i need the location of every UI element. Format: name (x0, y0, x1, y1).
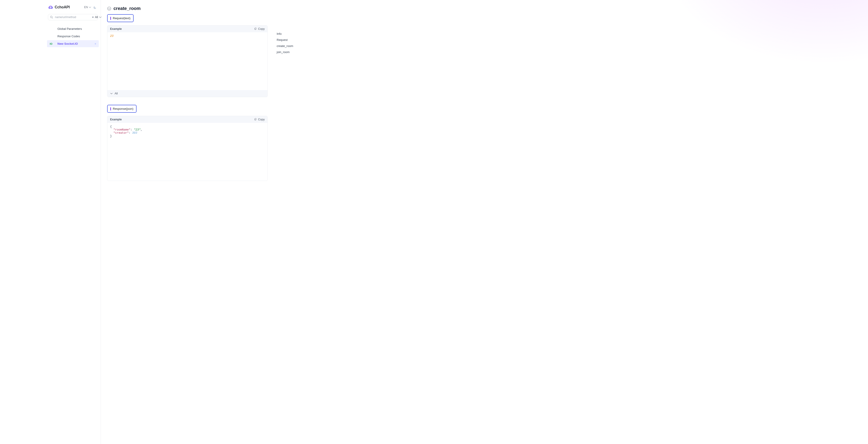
request-example-label: Example (110, 27, 122, 31)
code-open-brace: { (110, 125, 112, 128)
copy-label: Copy (258, 118, 265, 121)
response-example-label: Example (110, 118, 122, 121)
language-picker[interactable]: EN (84, 6, 91, 9)
left-gutter (0, 0, 47, 444)
sidebar-item-label: Response Codes (57, 35, 80, 38)
dot-icon (92, 16, 94, 18)
request-panel-foot[interactable]: All (107, 90, 268, 97)
search-row[interactable]: All (48, 14, 98, 20)
operation-icon (107, 6, 111, 11)
search-filter-all[interactable]: All (92, 15, 101, 19)
search-icon (50, 15, 53, 19)
outline-item-request[interactable]: Request (277, 38, 293, 41)
svg-rect-9 (255, 28, 256, 29)
response-tab-label: Response(json) (113, 107, 133, 110)
svg-point-7 (110, 8, 110, 8)
operation-header: create_room (107, 2, 268, 11)
response-tab[interactable]: Response(json) (107, 105, 136, 113)
brand[interactable]: CchoAPI (48, 4, 70, 10)
expand-all-label: All (115, 92, 118, 95)
code-comma: , (141, 128, 143, 131)
copy-label: Copy (258, 27, 265, 31)
brand-logo-icon (48, 4, 53, 10)
status-dot-icon (95, 43, 96, 44)
request-tab[interactable]: Request(text) (107, 14, 133, 22)
content: create_room Request(text) Example Copy (107, 2, 268, 440)
code-close-brace: } (110, 135, 112, 138)
code-val-roomname: "23" (134, 128, 141, 131)
code-colon: : (130, 128, 134, 131)
lang-theme-group: EN (84, 5, 97, 9)
svg-point-6 (108, 8, 109, 8)
search-input[interactable] (55, 15, 90, 19)
language-label: EN (84, 6, 88, 9)
request-code[interactable]: 23 (107, 32, 268, 90)
theme-toggle[interactable] (93, 5, 97, 9)
operation-title: create_room (114, 6, 141, 11)
response-panel-head: Example Copy (107, 116, 268, 123)
svg-point-5 (107, 7, 111, 10)
sidebar: CchoAPI EN All (47, 0, 101, 444)
code-key-creator: "creator" (114, 131, 129, 135)
response-panel: Example Copy { "roomName": "23", "creato… (107, 116, 268, 181)
copy-response-button[interactable]: Copy (254, 118, 265, 121)
accent-bar-icon (110, 17, 111, 20)
io-badge: IO (50, 42, 55, 45)
search-filter-label: All (95, 15, 98, 19)
code-colon: : (129, 131, 132, 135)
request-body-value: 23 (110, 35, 114, 38)
copy-request-button[interactable]: Copy (254, 27, 265, 31)
svg-point-2 (50, 8, 50, 8)
sidebar-nav: Global Parameters Response Codes IO New … (47, 25, 99, 47)
outline-item-create-room[interactable]: create_room (277, 44, 293, 48)
brand-row: CchoAPI EN (47, 4, 99, 12)
code-key-roomname: "roomName" (114, 128, 130, 131)
copy-icon (254, 118, 257, 121)
chevron-down-icon (110, 92, 113, 95)
response-code[interactable]: { "roomName": "23", "creator": 303 } (107, 123, 268, 181)
outline-item-join-room[interactable]: join_room (277, 50, 293, 54)
code-val-creator: 303 (132, 131, 137, 135)
sidebar-item-label: New Socket.IO (57, 42, 78, 45)
brand-name: CchoAPI (55, 5, 70, 9)
sidebar-item-new-socket-io[interactable]: IO New Socket.IO (47, 40, 99, 47)
chevron-down-icon (89, 6, 91, 8)
accent-bar-icon (110, 107, 111, 110)
sidebar-item-response-codes[interactable]: Response Codes (47, 33, 99, 40)
request-panel: Example Copy 23 All (107, 25, 268, 97)
main: create_room Request(text) Example Copy (101, 0, 868, 444)
request-tab-label: Request(text) (113, 16, 130, 20)
outline-item-info[interactable]: Info (277, 32, 293, 35)
svg-rect-11 (255, 118, 256, 120)
outline-nav: Info Request create_room join_room (277, 2, 293, 440)
sidebar-item-label: Global Parameters (57, 27, 82, 31)
sidebar-item-global-parameters[interactable]: Global Parameters (47, 25, 99, 32)
request-panel-head: Example Copy (107, 26, 268, 32)
copy-icon (254, 28, 257, 30)
svg-point-3 (51, 8, 52, 8)
